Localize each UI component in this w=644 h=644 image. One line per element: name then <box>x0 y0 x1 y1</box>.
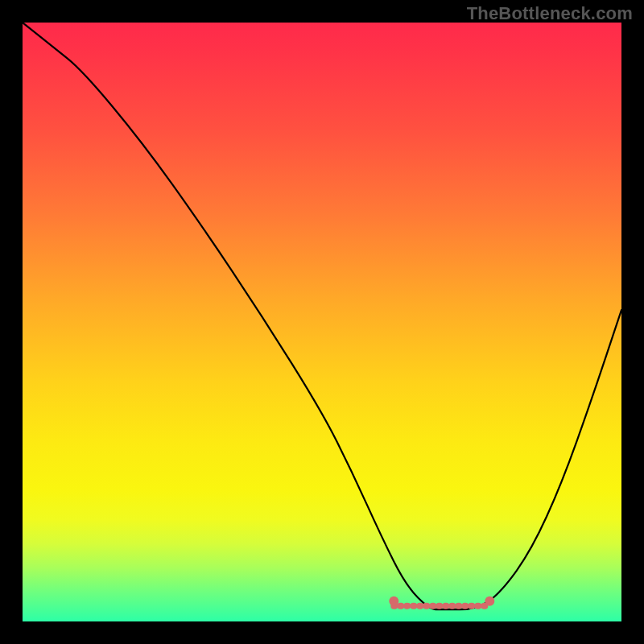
chart-frame: TheBottleneck.com <box>0 0 644 644</box>
bottom-highlight-dot-left <box>389 597 398 606</box>
curve-layer <box>23 23 621 621</box>
bottleneck-curve <box>23 23 621 609</box>
plot-area <box>23 23 621 621</box>
watermark-text: TheBottleneck.com <box>467 3 633 24</box>
bottom-highlight <box>389 597 494 606</box>
bottom-highlight-dot-right <box>485 597 494 606</box>
